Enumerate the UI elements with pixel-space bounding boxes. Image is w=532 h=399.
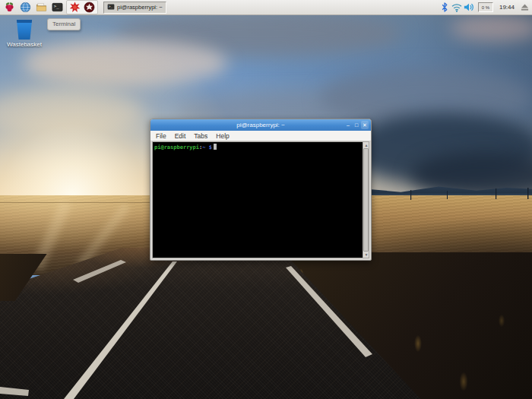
terminal-content[interactable]: pi@raspberrypi:~ $ ▲ ▼ xyxy=(152,141,369,258)
scrollbar-down-arrow[interactable]: ▼ xyxy=(363,252,369,258)
desktop: >_ xyxy=(0,0,532,399)
mathematica-spikey-icon xyxy=(69,2,81,13)
window-menubar: File Edit Tabs Help xyxy=(150,131,371,141)
window-title: pi@raspberrypi: ~ xyxy=(150,122,371,128)
mathematica-launcher[interactable] xyxy=(68,1,82,14)
sun-ray xyxy=(31,200,71,271)
menu-file[interactable]: File xyxy=(156,132,166,140)
roadside-vegetation-right xyxy=(274,252,532,399)
cloud xyxy=(450,15,532,41)
terminal-cursor xyxy=(214,144,217,150)
tooltip-text: Terminal xyxy=(52,21,75,27)
close-button[interactable]: ✕ xyxy=(361,121,369,129)
cloud xyxy=(0,90,144,135)
terminal-window: pi@raspberrypi: ~ – □ ✕ File Edit Tabs H… xyxy=(150,119,372,261)
terminal-icon: >_ xyxy=(107,3,115,12)
window-controls: – □ ✕ xyxy=(344,119,369,131)
menu-tabs[interactable]: Tabs xyxy=(194,132,207,140)
wastebasket-icon xyxy=(16,20,33,40)
tooltip: Terminal xyxy=(47,18,81,30)
wifi-icon[interactable] xyxy=(451,2,462,13)
raspberry-icon xyxy=(4,2,15,13)
bluetooth-icon[interactable] xyxy=(439,2,450,13)
scrollbar-thumb[interactable] xyxy=(363,148,369,252)
taskbar-window-label: pi@raspberrypi: ~ xyxy=(117,4,163,11)
window-titlebar[interactable]: pi@raspberrypi: ~ – □ ✕ xyxy=(150,119,371,131)
volume-icon[interactable] xyxy=(464,2,474,13)
taskbar: >_ xyxy=(0,0,532,15)
menu-button[interactable] xyxy=(2,1,17,14)
folder-icon xyxy=(36,2,47,13)
svg-text:>_: >_ xyxy=(54,4,59,9)
road xyxy=(0,248,532,399)
sun-ray xyxy=(76,203,130,268)
terminal-scrollbar[interactable]: ▲ ▼ xyxy=(363,142,369,258)
scrollbar-up-arrow[interactable]: ▲ xyxy=(363,142,369,148)
cpu-usage-value: 0 % xyxy=(482,5,489,10)
roadside-vegetation-left xyxy=(0,254,84,301)
terminal-icon: >_ xyxy=(52,2,63,13)
wastebasket-desktop-icon[interactable]: Wastebasket xyxy=(5,20,44,48)
storm-cloud xyxy=(410,152,532,198)
menu-help[interactable]: Help xyxy=(216,132,229,140)
wolfram-launcher[interactable] xyxy=(82,1,97,14)
wolfram-icon xyxy=(84,2,95,13)
browser-launcher[interactable] xyxy=(18,1,33,14)
prompt-user-host: pi@raspberrypi xyxy=(154,144,199,150)
terminal-prompt: pi@raspberrypi:~ $ xyxy=(153,142,369,151)
minimize-button[interactable]: – xyxy=(344,121,352,129)
clock[interactable]: 19:44 xyxy=(499,4,515,11)
maximize-button[interactable]: □ xyxy=(353,121,360,129)
menu-edit[interactable]: Edit xyxy=(175,132,186,140)
cpu-usage-monitor[interactable]: 0 % xyxy=(478,2,493,12)
prompt-symbol: $ xyxy=(205,144,211,150)
terminal-launcher[interactable]: >_ xyxy=(50,1,65,14)
cloud xyxy=(114,11,403,56)
globe-icon xyxy=(20,2,31,13)
wastebasket-label: Wastebasket xyxy=(5,41,44,48)
storm-cloud xyxy=(346,112,532,185)
eject-icon[interactable] xyxy=(519,2,530,13)
file-manager-launcher[interactable] xyxy=(34,1,49,14)
cloud xyxy=(23,40,228,87)
taskbar-window-button[interactable]: >_ pi@raspberrypi: ~ xyxy=(103,2,166,14)
launcher-group xyxy=(66,0,98,14)
